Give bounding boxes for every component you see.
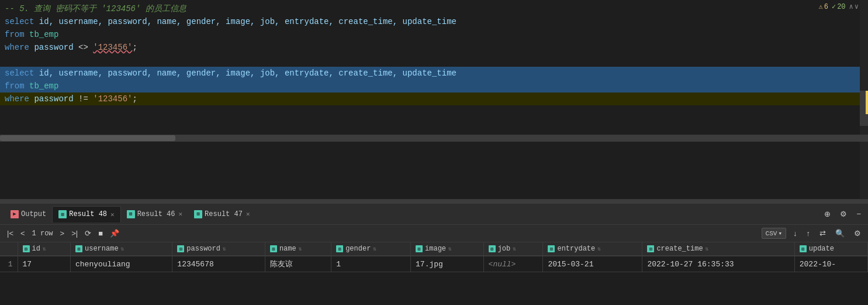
next-row-button[interactable]: > <box>58 228 67 239</box>
toolbar-right: CSV ▾ ↓ ↑ ⇄ 🔍 ⚙ <box>762 228 863 239</box>
th-username[interactable]: ⊞ username ⇅ <box>71 242 172 256</box>
col-icon-create-time: ⊞ <box>647 245 654 252</box>
tab-result46-close[interactable]: ✕ <box>178 210 182 218</box>
editor-scrollbar-thumb[interactable] <box>0 135 175 141</box>
tab-result48-close[interactable]: ✕ <box>110 211 115 218</box>
tab-result47-close[interactable]: ✕ <box>246 210 250 218</box>
comment-text: -- 5. 查询 密码不等于 '123456' 的员工信息 <box>5 2 186 15</box>
pin-button[interactable]: 📌 <box>108 228 122 239</box>
col-icon-update: ⊞ <box>800 245 807 252</box>
minimap <box>860 0 868 199</box>
col-label-id: id <box>32 245 40 253</box>
check-badge: ✓ 20 <box>832 2 846 11</box>
cell-gender: 1 <box>331 256 411 272</box>
th-image[interactable]: ⊞ image ⇅ <box>411 242 484 256</box>
table-header: ⊞ id ⇅ ⊞ username ⇅ <box>0 242 868 256</box>
th-entrydate[interactable]: ⊞ entrydate ⇅ <box>543 242 642 256</box>
th-job[interactable]: ⊞ job ⇅ <box>483 242 543 256</box>
col-label-password: password <box>186 245 220 253</box>
tab-result48-label: Result 48 <box>69 210 107 218</box>
tab-settings-button[interactable]: ⚙ <box>838 208 849 220</box>
header-row: ⊞ id ⇅ ⊞ username ⇅ <box>0 242 868 256</box>
warning-count: 6 <box>824 3 828 11</box>
th-id[interactable]: ⊞ id ⇅ <box>18 242 71 256</box>
empty-line-2 <box>0 105 868 118</box>
first-row-button[interactable]: |< <box>5 228 16 239</box>
th-password[interactable]: ⊞ password ⇅ <box>172 242 265 256</box>
select-line-2: select id, username, password, name, gen… <box>0 67 868 80</box>
row-info: 1 row <box>30 229 56 238</box>
select-line-1: select id, username, password, name, gen… <box>0 15 868 28</box>
tab-minimize-button[interactable]: − <box>854 208 863 220</box>
last-row-button[interactable]: >| <box>69 228 80 239</box>
cell-image: 17.jpg <box>411 256 484 272</box>
where-line-2: where password != '123456'; <box>0 92 868 105</box>
csv-label: CSV <box>766 230 777 237</box>
sort-icon-username: ⇅ <box>121 245 125 252</box>
result-table: ⊞ id ⇅ ⊞ username ⇅ <box>0 242 868 272</box>
editor-warnings: ⚠ 6 ✓ 20 ∧ ∨ <box>818 2 859 11</box>
result46-tab-icon: ⊞ <box>127 210 135 218</box>
tab-result46[interactable]: ⊞ Result 46 ✕ <box>121 206 188 222</box>
keyword-select-2: select <box>5 67 34 80</box>
cell-update: 2022-10- <box>794 256 867 272</box>
th-create-time[interactable]: ⊞ create_time ⇅ <box>642 242 794 256</box>
cell-username: chenyouliang <box>71 256 172 272</box>
table-row: 1 17 chenyouliang 12345678 陈友谅 1 17.jpg … <box>0 256 868 272</box>
cell-job: <null> <box>483 256 543 272</box>
upload-button[interactable]: ↑ <box>804 228 813 239</box>
tab-add-button[interactable]: ⊕ <box>822 208 833 220</box>
nav-arrows: ∧ ∨ <box>849 2 859 11</box>
cell-entrydate: 2015-03-21 <box>543 256 642 272</box>
keyword-from-1: from <box>5 28 25 41</box>
sort-icon-entrydate: ⇅ <box>597 245 601 252</box>
keyword-from-2: from <box>5 80 25 92</box>
th-gender[interactable]: ⊞ gender ⇅ <box>331 242 411 256</box>
sort-icon-id: ⇅ <box>43 245 46 252</box>
col-label-name: name <box>279 245 296 253</box>
minimap-scrollbar[interactable] <box>860 91 868 126</box>
tab-output[interactable]: ▶ Output <box>5 206 52 222</box>
col-icon-username: ⊞ <box>75 245 82 252</box>
csv-export-button[interactable]: CSV ▾ <box>762 228 786 239</box>
sync-button[interactable]: ⇄ <box>817 228 828 239</box>
col-label-username: username <box>85 245 119 253</box>
empty-line-3 <box>0 118 868 131</box>
th-update[interactable]: ⊞ update <box>794 242 867 256</box>
sort-icon-password: ⇅ <box>223 245 226 252</box>
tab-output-label: Output <box>21 210 46 218</box>
editor-horizontal-scrollbar[interactable] <box>0 135 868 142</box>
tab-result48[interactable]: ⊞ Result 48 ✕ <box>52 206 120 222</box>
bottom-panel: ▶ Output ⊞ Result 48 ✕ ⊞ Result 46 ✕ ⊞ R… <box>0 204 868 305</box>
arrow-down[interactable]: ∨ <box>855 2 859 11</box>
refresh-button[interactable]: ⟳ <box>82 228 94 239</box>
cell-password: 12345678 <box>172 256 265 272</box>
col-icon-job: ⊞ <box>489 245 496 252</box>
col-label-create-time: create_time <box>656 245 703 253</box>
search-button[interactable]: 🔍 <box>833 228 847 239</box>
th-name[interactable]: ⊞ name ⇅ <box>265 242 331 256</box>
tab-bar-right: ⊕ ⚙ − <box>822 208 863 220</box>
keyword-where-1: where <box>5 41 29 54</box>
stop-button[interactable]: ■ <box>96 228 105 239</box>
tab-result47-label: Result 47 <box>205 210 243 218</box>
warning-badge: ⚠ 6 <box>818 2 828 11</box>
editor-area: ⚠ 6 ✓ 20 ∧ ∨ -- 5. 查询 密码不等于 '123456' 的员工… <box>0 0 868 199</box>
col-icon-id: ⊞ <box>23 245 30 252</box>
string-value-1: '123456' <box>93 41 132 54</box>
sort-icon-create-time: ⇅ <box>706 245 709 252</box>
col-icon-gender: ⊞ <box>336 245 343 252</box>
comment-line: -- 5. 查询 密码不等于 '123456' 的员工信息 <box>0 2 868 15</box>
table-settings-button[interactable]: ⚙ <box>852 228 863 239</box>
sort-icon-image: ⇅ <box>448 245 452 252</box>
arrow-up[interactable]: ∧ <box>849 2 853 11</box>
col-icon-entrydate: ⊞ <box>548 245 555 252</box>
prev-row-button[interactable]: < <box>18 228 27 239</box>
col-label-job: job <box>498 245 511 253</box>
download-button[interactable]: ↓ <box>791 228 800 239</box>
check-count: 20 <box>837 3 845 11</box>
cell-name: 陈友谅 <box>265 256 331 272</box>
keyword-where-2: where <box>5 92 29 105</box>
result48-tab-icon: ⊞ <box>58 210 67 218</box>
tab-result47[interactable]: ⊞ Result 47 ✕ <box>188 206 255 222</box>
